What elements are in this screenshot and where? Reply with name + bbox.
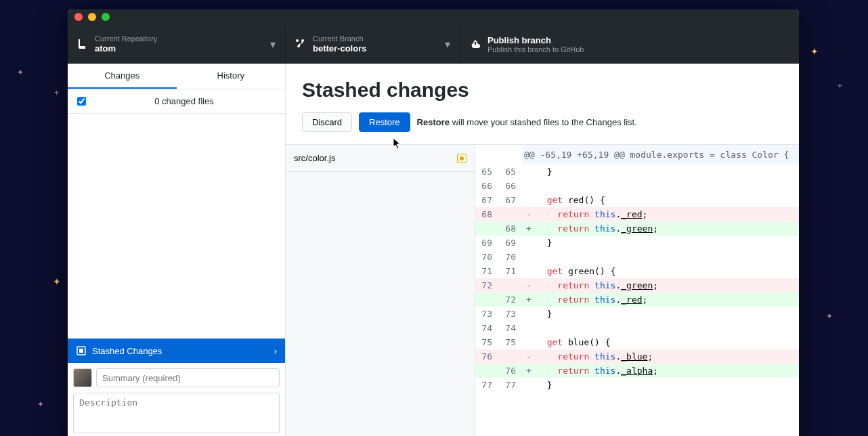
- toolbar: Current Repository atom ▾ Current Branch…: [68, 24, 799, 64]
- chevron-right-icon: ›: [274, 346, 277, 356]
- hunk-header: @@ -65,19 +65,19 @@ module.exports = cla…: [523, 145, 799, 165]
- changes-count: 0 changed files: [93, 96, 276, 106]
- diff-line: 76- return this._blue;: [475, 349, 799, 364]
- file-path: src/color.js: [294, 153, 335, 163]
- star-icon: ✦: [17, 68, 24, 77]
- branch-label: Current Branch: [313, 35, 366, 43]
- diff-view[interactable]: @@ -65,19 +65,19 @@ module.exports = cla…: [475, 145, 799, 436]
- chevron-down-icon: ▾: [445, 38, 450, 51]
- stashed-changes-bar[interactable]: Stashed Changes ›: [68, 339, 285, 363]
- publish-title: Publish branch: [487, 35, 584, 45]
- svg-rect-1: [79, 349, 83, 353]
- diff-line: 6666: [475, 179, 799, 193]
- branch-selector[interactable]: Current Branch better-colors ▾: [286, 24, 460, 64]
- content: Stashed changes Discard Restore Restore …: [286, 64, 799, 436]
- stash-icon: [76, 345, 87, 356]
- diff-line: 72- return this._green;: [475, 278, 799, 292]
- stashed-file-list: src/color.js: [286, 145, 475, 436]
- restore-hint: Restore will move your stashed files to …: [417, 117, 637, 127]
- star-icon: ✦: [826, 311, 833, 321]
- repo-value: atom: [95, 43, 157, 53]
- diff-line: 68- return this._red;: [475, 207, 799, 221]
- maximize-window-icon[interactable]: [102, 13, 110, 21]
- close-window-icon[interactable]: [74, 13, 83, 21]
- page-title: Stashed changes: [302, 79, 783, 102]
- minimize-window-icon[interactable]: [88, 13, 96, 21]
- publish-subtitle: Publish this branch to GitHub: [487, 45, 584, 53]
- sidebar: Changes History 0 changed files Stashed …: [68, 64, 286, 436]
- diff-line: 7575 get blue() {: [475, 335, 799, 349]
- commit-summary-input[interactable]: [96, 368, 280, 387]
- sparkle-icon: ✦: [53, 276, 61, 287]
- repo-icon: [77, 39, 88, 49]
- diff-line: 7373 }: [475, 307, 799, 321]
- star-icon: +: [54, 88, 59, 97]
- window-titlebar[interactable]: [68, 9, 799, 24]
- restore-button[interactable]: Restore: [359, 112, 410, 132]
- diff-line: 6969 }: [475, 236, 799, 250]
- tab-history[interactable]: History: [177, 64, 286, 89]
- publish-branch[interactable]: Publish branch Publish this branch to Gi…: [460, 24, 799, 64]
- commit-form: [68, 363, 285, 436]
- stashed-file-item[interactable]: src/color.js: [286, 145, 475, 172]
- repository-selector[interactable]: Current Repository atom ▾: [68, 24, 286, 64]
- diff-line: 76+ return this._alpha;: [475, 364, 799, 378]
- diff-line: 7777 }: [475, 378, 799, 392]
- modified-badge-icon: [457, 154, 466, 163]
- star-icon: ✦: [37, 399, 44, 409]
- diff-line: 7171 get green() {: [475, 264, 799, 278]
- sparkle-icon: ✦: [810, 46, 819, 57]
- app-window: Current Repository atom ▾ Current Branch…: [68, 9, 799, 436]
- repo-label: Current Repository: [95, 35, 157, 43]
- changes-list: [68, 114, 285, 339]
- chevron-down-icon: ▾: [270, 38, 276, 51]
- star-icon: +: [838, 81, 842, 91]
- commit-description-input[interactable]: [73, 393, 280, 433]
- discard-button[interactable]: Discard: [302, 112, 352, 132]
- cloud-upload-icon: [470, 39, 481, 49]
- select-all-checkbox[interactable]: [77, 97, 86, 106]
- diff-line: 6565 }: [475, 165, 799, 179]
- diff-line: 6767 get red() {: [475, 193, 799, 207]
- stashed-changes-label: Stashed Changes: [92, 346, 162, 356]
- avatar: [73, 368, 92, 387]
- tab-changes[interactable]: Changes: [68, 64, 177, 89]
- diff-line: 68+ return this._green;: [475, 221, 799, 236]
- diff-line: 7474: [475, 321, 799, 335]
- changes-header: 0 changed files: [68, 89, 285, 114]
- sidebar-tabs: Changes History: [68, 64, 285, 89]
- branch-icon: [295, 39, 306, 49]
- diff-line: 72+ return this._red;: [475, 292, 799, 307]
- diff-line: 7070: [475, 250, 799, 264]
- branch-value: better-colors: [313, 43, 366, 53]
